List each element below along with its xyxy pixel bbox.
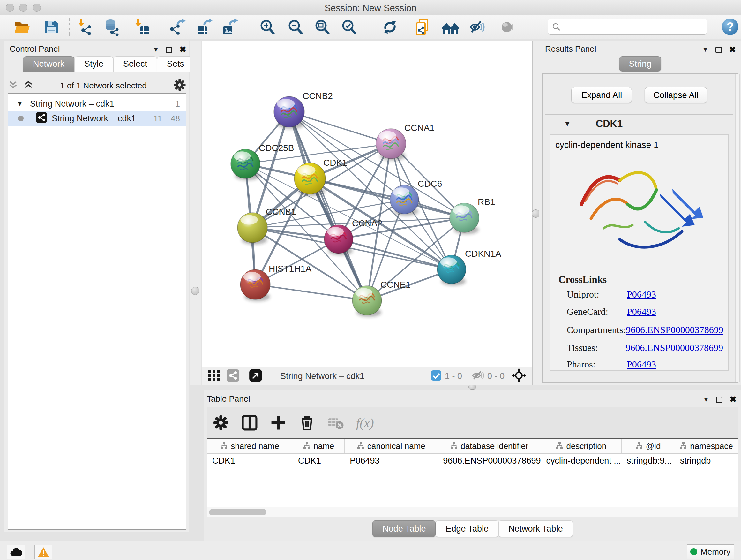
tab-node-table[interactable]: Node Table [373, 520, 435, 537]
collection-count: 1 [176, 99, 180, 109]
expand-all-button[interactable]: Expand All [571, 87, 632, 103]
tab-style[interactable]: Style [74, 56, 113, 71]
column-header-canonical-name[interactable]: canonical name [345, 439, 438, 453]
table-hscrollbar[interactable] [207, 507, 738, 516]
export-table-icon[interactable] [195, 18, 213, 36]
help-button[interactable]: ? [722, 18, 738, 35]
zoom-selected-icon[interactable] [340, 18, 358, 36]
string-documents-icon[interactable] [414, 18, 432, 36]
crosslink-link[interactable]: 9606.ENSP00000378699 [626, 324, 724, 335]
network-node-CDKN1A[interactable]: CDKN1A [437, 249, 501, 286]
table-cell[interactable]: CDK1 [293, 454, 345, 468]
memory-button[interactable]: Memory [687, 544, 734, 559]
toolbar-separator [467, 370, 467, 382]
table-row[interactable]: CDK1CDK1P064939606.ENSP00000378699cyclin… [207, 454, 738, 468]
column-header-shared-name[interactable]: shared name [207, 439, 293, 453]
first-neighbors-houses-icon[interactable] [442, 18, 460, 36]
node-label-CCNA1: CCNA1 [404, 123, 434, 133]
right-splitter[interactable] [532, 41, 539, 385]
crosslink-link[interactable]: P06493 [627, 289, 656, 300]
column-header-namespace[interactable]: namespace [675, 439, 738, 453]
string-results-container: Expand All Collapse All ▼ CDK1 cyclin-de… [542, 73, 738, 383]
table-cell[interactable]: CDK1 [207, 454, 293, 468]
panel-close-icon[interactable]: ✖ [729, 45, 736, 55]
delete-column-icon[interactable] [299, 415, 315, 431]
results-panel-title: Results Panel [545, 44, 596, 54]
network-graph[interactable]: CCNB2CCNA1CDC25BCDK1CDC6RB1CCNB1CCNA2CDK… [202, 41, 532, 367]
import-network-database-icon[interactable] [103, 18, 121, 36]
layout-refresh-icon[interactable] [381, 18, 399, 36]
collapse-all-chevron-icon[interactable] [8, 80, 18, 91]
results-panel: Results Panel ▼ ✖ String Expand All Coll… [539, 41, 741, 385]
left-splitter[interactable] [190, 41, 201, 385]
add-column-icon[interactable] [270, 415, 286, 431]
crosslink-link[interactable]: 9606.ENSP00000378699 [625, 342, 723, 353]
tab-network-table[interactable]: Network Table [498, 520, 573, 537]
bottom-splitter-handle[interactable] [468, 384, 476, 389]
panel-float-icon[interactable] [166, 47, 172, 53]
show-columns-icon[interactable] [241, 415, 258, 431]
network-collection-row[interactable]: ▼ String Network – cdk1 1 [8, 97, 186, 111]
table-gear-icon[interactable] [212, 415, 229, 431]
cloud-button[interactable] [7, 545, 25, 559]
crosslink-link[interactable]: P06493 [627, 359, 656, 369]
results-scrollbar[interactable] [735, 74, 740, 382]
network-node-HIST1H1A[interactable]: HIST1H1A [240, 264, 312, 301]
zoom-in-icon[interactable] [259, 18, 276, 36]
open-folder-icon[interactable] [13, 18, 31, 36]
crosslink-link[interactable]: P06493 [627, 306, 656, 317]
global-search-box[interactable] [548, 19, 707, 35]
expand-all-chevron-icon[interactable] [23, 80, 34, 91]
column-header-name[interactable]: name [293, 439, 345, 453]
table-hscrollbar-thumb[interactable] [209, 509, 266, 515]
zoom-fit-icon[interactable] [313, 18, 331, 36]
table-cell[interactable]: cyclin-dependent ... [541, 454, 622, 468]
panel-float-icon[interactable] [716, 47, 722, 53]
search-input[interactable] [561, 22, 707, 32]
birdseye-crosshair-icon[interactable] [512, 368, 526, 384]
table-cell[interactable]: 9606.ENSP00000378699 [438, 454, 541, 468]
import-network-file-icon[interactable] [77, 18, 94, 36]
tab-select[interactable]: Select [113, 56, 157, 71]
network-node-CCNA1[interactable]: CCNA1 [376, 123, 434, 161]
tab-sets[interactable]: Sets [157, 56, 194, 71]
panel-close-icon[interactable]: ✖ [730, 395, 737, 405]
selected-checkbox-icon[interactable] [431, 370, 442, 382]
detach-view-icon[interactable] [249, 369, 262, 383]
zoom-out-icon[interactable] [286, 18, 305, 36]
table-cell[interactable]: P06493 [345, 454, 438, 468]
tab-edge-table[interactable]: Edge Table [435, 520, 498, 537]
tab-string[interactable]: String [619, 56, 662, 71]
gear-icon[interactable] [173, 78, 186, 93]
export-network-icon[interactable] [169, 18, 186, 36]
right-splitter-handle[interactable] [532, 209, 540, 218]
panel-collapse-icon[interactable]: ▼ [152, 46, 159, 53]
protein-collapse-icon[interactable]: ▼ [564, 120, 571, 128]
column-header--id[interactable]: @id [622, 439, 675, 453]
network-node-RB1[interactable]: RB1 [450, 197, 495, 234]
import-table-icon[interactable] [133, 18, 151, 36]
show-eye-icon[interactable] [498, 18, 516, 36]
share-view-icon[interactable] [226, 369, 240, 383]
hidden-eye-slash-icon[interactable] [471, 370, 484, 382]
network-node-CDK1[interactable]: CDK1 [294, 158, 347, 196]
tree-expand-icon[interactable]: ▼ [17, 100, 23, 108]
export-image-icon[interactable] [221, 18, 239, 36]
collapse-all-button[interactable]: Collapse All [645, 87, 707, 103]
table-cell[interactable]: stringdb [675, 454, 738, 468]
save-icon[interactable] [43, 18, 61, 36]
column-header-database-identifier[interactable]: database identifier [438, 439, 541, 453]
warnings-button[interactable] [35, 545, 52, 559]
panel-collapse-icon[interactable]: ▼ [702, 46, 709, 53]
hide-eye-slash-icon[interactable] [468, 18, 486, 36]
panel-float-icon[interactable] [716, 396, 723, 403]
panel-collapse-icon[interactable]: ▼ [703, 396, 709, 403]
network-row-selected[interactable]: String Network – cdk1 11 48 [8, 111, 186, 126]
tab-network[interactable]: Network [23, 56, 74, 71]
left-splitter-handle[interactable] [191, 287, 199, 295]
grid-view-icon[interactable] [207, 368, 221, 384]
table-cell[interactable]: stringdb:9... [622, 454, 675, 468]
network-canvas[interactable]: CCNB2CCNA1CDC25BCDK1CDC6RB1CCNB1CCNA2CDK… [202, 41, 532, 367]
panel-close-icon[interactable]: ✖ [179, 45, 186, 55]
column-header-description[interactable]: description [541, 439, 622, 453]
